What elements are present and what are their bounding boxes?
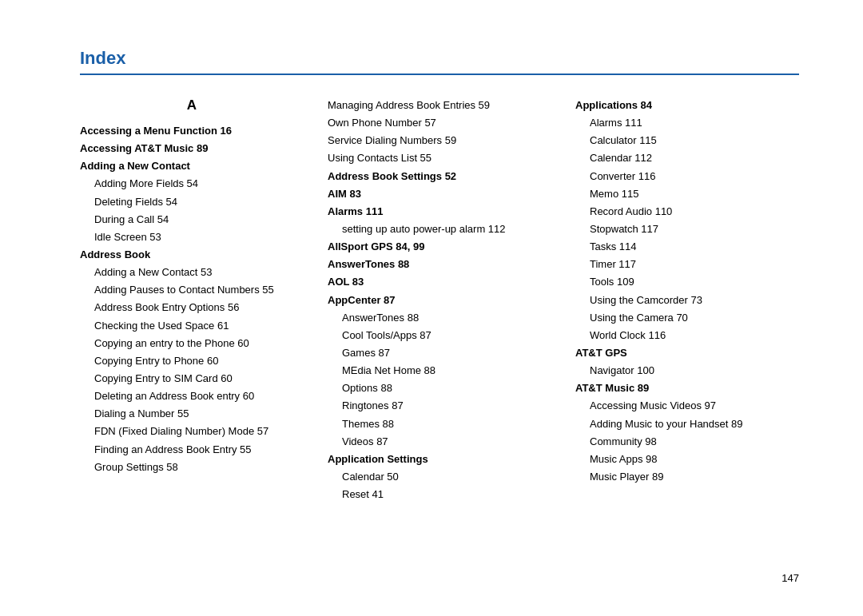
list-item: Address Book <box>80 247 304 263</box>
list-item: FDN (Fixed Dialing Number) Mode 57 <box>80 423 304 439</box>
list-item: Alarms 111 <box>328 204 551 220</box>
list-item: Cool Tools/Apps 87 <box>328 328 551 344</box>
list-item: Own Phone Number 57 <box>328 115 551 131</box>
list-item: Address Book Entry Options 56 <box>80 300 304 316</box>
list-item: Alarms 111 <box>575 115 799 131</box>
list-item: AnswerTones 88 <box>328 256 551 272</box>
list-item: Music Player 89 <box>575 469 799 485</box>
list-item: Music Apps 98 <box>575 451 799 467</box>
list-item: Checking the Used Space 61 <box>80 318 304 334</box>
list-item: During a Call 54 <box>80 212 304 228</box>
list-item: Adding More Fields 54 <box>80 176 304 192</box>
list-item: Using the Camcorder 73 <box>575 292 799 308</box>
list-item: Using Contacts List 55 <box>328 150 551 166</box>
list-item: MEdia Net Home 88 <box>328 363 551 379</box>
list-item: Managing Address Book Entries 59 <box>328 97 551 113</box>
list-item: Deleting Fields 54 <box>80 194 304 210</box>
column-0: AAccessing a Menu Function 16Accessing A… <box>80 97 304 477</box>
list-item: Calendar 50 <box>328 469 551 485</box>
list-item: Adding a New Contact 53 <box>80 264 304 280</box>
list-item: AnswerTones 88 <box>328 310 551 326</box>
list-item: Copying an entry to the Phone 60 <box>80 336 304 352</box>
list-item: Adding Music to your Handset 89 <box>575 416 799 432</box>
list-item: Finding an Address Book Entry 55 <box>80 442 304 458</box>
title-divider <box>80 74 799 75</box>
column-1: Managing Address Book Entries 59Own Phon… <box>328 97 551 504</box>
list-item: Games 87 <box>328 345 551 361</box>
list-item: World Clock 116 <box>575 328 799 344</box>
list-item: Videos 87 <box>328 434 551 450</box>
list-item: Copying Entry to SIM Card 60 <box>80 371 304 387</box>
list-item: Timer 117 <box>575 256 799 272</box>
list-item: Tasks 114 <box>575 239 799 255</box>
list-item: Converter 116 <box>575 169 799 185</box>
list-item: Deleting an Address Book entry 60 <box>80 388 304 404</box>
list-item: AT&T Music 89 <box>575 380 799 396</box>
list-item: Adding a New Contact <box>80 158 304 174</box>
list-item: Calculator 115 <box>575 133 799 149</box>
list-item: Themes 88 <box>328 416 551 432</box>
list-item: Stopwatch 117 <box>575 221 799 237</box>
list-item: Navigator 100 <box>575 363 799 379</box>
list-item: Address Book Settings 52 <box>328 169 551 185</box>
list-item: Options 88 <box>328 380 551 396</box>
page-number: 147 <box>781 572 799 584</box>
list-item: Record Audio 110 <box>575 204 799 220</box>
list-item: Reset 41 <box>328 487 551 503</box>
list-item: Dialing a Number 55 <box>80 406 304 422</box>
list-item: Group Settings 58 <box>80 459 304 475</box>
page-title: Index <box>80 48 799 69</box>
list-item: Service Dialing Numbers 59 <box>328 133 551 149</box>
section-letter: A <box>80 97 304 113</box>
list-item: Memo 115 <box>575 186 799 202</box>
list-item: AT&T GPS <box>575 345 799 361</box>
list-item: AIM 83 <box>328 186 551 202</box>
list-item: Community 98 <box>575 434 799 450</box>
list-item: Accessing Music Videos 97 <box>575 398 799 414</box>
list-item: Copying Entry to Phone 60 <box>80 353 304 369</box>
list-item: Tools 109 <box>575 274 799 290</box>
list-item: setting up auto power-up alarm 112 <box>328 221 551 237</box>
list-item: Applications 84 <box>575 97 799 113</box>
list-item: Calendar 112 <box>575 150 799 166</box>
column-2: Applications 84Alarms 111Calculator 115C… <box>575 97 799 487</box>
list-item: Idle Screen 53 <box>80 229 304 245</box>
list-item: Ringtones 87 <box>328 398 551 414</box>
list-item: Application Settings <box>328 451 551 467</box>
list-item: Using the Camera 70 <box>575 310 799 326</box>
list-item: AllSport GPS 84, 99 <box>328 239 551 255</box>
index-columns: AAccessing a Menu Function 16Accessing A… <box>80 97 799 504</box>
list-item: Adding Pauses to Contact Numbers 55 <box>80 282 304 298</box>
list-item: AppCenter 87 <box>328 292 551 308</box>
list-item: Accessing a Menu Function 16 <box>80 123 304 139</box>
list-item: Accessing AT&T Music 89 <box>80 141 304 157</box>
list-item: AOL 83 <box>328 274 551 290</box>
